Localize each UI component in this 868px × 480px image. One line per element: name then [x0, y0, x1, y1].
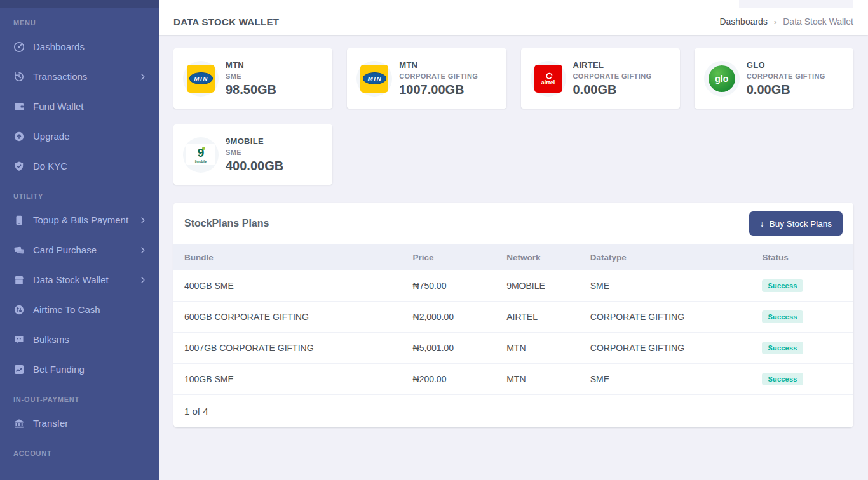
card-network: GLO	[747, 60, 825, 70]
chevron-right-icon	[139, 216, 147, 225]
wallet-card-mtn-cg: MTN MTN CORPORATE GIFTING 1007.00GB	[347, 48, 506, 109]
avatar: 9 9mobile	[183, 137, 219, 173]
avatar: airtel	[531, 61, 566, 97]
cell-datatype: SME	[580, 270, 752, 302]
column-header-datatype: Datatype	[580, 244, 752, 270]
status-badge: Success	[762, 373, 803, 385]
sidebar-item-label: Transactions	[33, 71, 87, 82]
card-balance: 400.00GB	[226, 159, 283, 173]
mtn-logo: MTN	[187, 65, 215, 93]
cell-status: Success	[751, 364, 853, 395]
breadcrumb-separator-icon: ›	[774, 17, 776, 27]
buy-stock-plans-button[interactable]: ↓ Buy Stock Plans	[749, 211, 843, 236]
breadcrumb: Dashboards › Data Stock Wallet	[719, 17, 853, 27]
sidebar-item-dashboards[interactable]: Dashboards	[0, 32, 159, 62]
sidebar-header-shade	[0, 0, 159, 8]
card-network: MTN	[399, 60, 478, 70]
column-header-price: Price	[402, 244, 496, 270]
breadcrumb-parent[interactable]: Dashboards	[719, 17, 768, 27]
table-row: 400GB SME ₦750.00 9MOBILE SME Success	[173, 270, 853, 302]
sidebar-item-label: Data Stock Wallet	[33, 274, 109, 285]
upgrade-icon	[13, 131, 25, 142]
pagination-label: 1 of 4	[173, 395, 853, 427]
card-plan-type: CORPORATE GIFTING	[747, 72, 825, 80]
cell-status: Success	[751, 302, 853, 333]
cell-bundle: 400GB SME	[173, 270, 402, 302]
9mobile-logo: 9 9mobile	[186, 144, 215, 165]
avatar: MTN	[356, 61, 392, 97]
cell-network: MTN	[496, 364, 580, 395]
sidebar-section-utility: UTILITY	[0, 181, 159, 205]
topbar-widget	[739, 0, 853, 8]
content: MTN MTN SME 98.50GB MTN MTN CORPORAT	[159, 35, 868, 480]
cell-datatype: CORPORATE GIFTING	[580, 302, 752, 333]
buy-stock-plans-label: Buy Stock Plans	[770, 219, 832, 229]
cards-icon	[13, 244, 25, 256]
mobile-phone-icon	[13, 215, 25, 226]
stock-plans-header: StockPlans Plans ↓ Buy Stock Plans	[173, 203, 853, 244]
sidebar-section-account: ACCOUNT	[0, 438, 159, 462]
download-arrow-icon: ↓	[760, 219, 764, 228]
breadcrumb-current: Data Stock Wallet	[783, 17, 853, 27]
sidebar-item-label: Card Purchase	[33, 244, 97, 255]
chevron-right-icon	[139, 276, 147, 284]
cell-price: ₦5,001.00	[402, 333, 496, 364]
9mobile-logo-text: 9mobile	[195, 160, 207, 163]
chevron-right-icon	[139, 72, 147, 81]
sidebar-item-transactions[interactable]: Transactions	[0, 62, 159, 91]
sidebar-section-menu: MENU	[0, 8, 159, 32]
sidebar-item-label: Upgrade	[33, 131, 70, 142]
sidebar-item-upgrade[interactable]: Upgrade	[0, 121, 159, 151]
cell-datatype: CORPORATE GIFTING	[580, 333, 752, 364]
airtel-logo: airtel	[534, 65, 562, 93]
cell-price: ₦200.00	[402, 364, 496, 395]
sidebar-item-airtime-to-cash[interactable]: Airtime To Cash	[0, 295, 159, 324]
cell-datatype: SME	[580, 364, 752, 395]
sidebar-item-bet-funding[interactable]: Bet Funding	[0, 354, 159, 384]
mtn-logo-text: MTN	[368, 75, 381, 82]
swap-arrows-icon	[13, 304, 25, 316]
sidebar-item-label: Transfer	[33, 418, 68, 429]
sidebar-item-topup-bills[interactable]: Topup & Bills Payment	[0, 205, 159, 235]
sidebar-item-card-purchase[interactable]: Card Purchase	[0, 235, 159, 265]
page-header: DATA STOCK WALLET Dashboards › Data Stoc…	[159, 8, 868, 35]
sidebar-item-bulksms[interactable]: Bulksms	[0, 324, 159, 354]
chat-icon	[13, 334, 25, 345]
cell-network: 9MOBILE	[496, 270, 580, 302]
cell-network: MTN	[496, 333, 580, 364]
sidebar-section-in-out-payment: IN-OUT-PAYMENT	[0, 384, 159, 408]
sidebar-item-label: Do KYC	[33, 161, 67, 171]
cell-bundle: 100GB SME	[173, 364, 402, 395]
card-balance: 1007.00GB	[399, 83, 478, 97]
sidebar-item-do-kyc[interactable]: Do KYC	[0, 151, 159, 181]
shield-check-icon	[13, 161, 25, 172]
card-plan-type: CORPORATE GIFTING	[573, 72, 652, 80]
status-badge: Success	[762, 342, 803, 354]
table-row: 1007GB CORPORATE GIFTING ₦5,001.00 MTN C…	[173, 333, 853, 364]
9mobile-logo-digit: 9	[198, 147, 205, 159]
column-header-status: Status	[751, 244, 853, 270]
main-area: DATA STOCK WALLET Dashboards › Data Stoc…	[159, 0, 868, 480]
wallet-icon	[13, 101, 25, 112]
column-header-network: Network	[496, 244, 580, 270]
wallet-card-glo-cg: glo GLO CORPORATE GIFTING 0.00GB	[695, 48, 853, 109]
cell-bundle: 1007GB CORPORATE GIFTING	[173, 333, 402, 364]
dashboard-icon	[13, 41, 25, 53]
sidebar-item-transfer[interactable]: Transfer	[0, 408, 159, 438]
cell-price: ₦750.00	[402, 270, 496, 302]
sidebar-item-data-stock-wallet[interactable]: Data Stock Wallet	[0, 265, 159, 295]
cell-price: ₦2,000.00	[402, 302, 496, 333]
card-plan-type: SME	[226, 72, 276, 80]
wallet-cards-row-1: MTN MTN SME 98.50GB MTN MTN CORPORAT	[173, 48, 853, 109]
sidebar-item-fund-wallet[interactable]: Fund Wallet	[0, 91, 159, 121]
table-header-row: Bundle Price Network Datatype Status	[173, 244, 853, 270]
wallet-card-9mobile-sme: 9 9mobile 9MOBILE SME 400.00GB	[173, 124, 332, 185]
cell-bundle: 600GB CORPORATE GIFTING	[173, 302, 402, 333]
table-row: 600GB CORPORATE GIFTING ₦2,000.00 AIRTEL…	[173, 302, 853, 333]
chart-icon	[13, 364, 25, 375]
shop-icon	[13, 274, 25, 286]
card-network: AIRTEL	[573, 60, 652, 70]
sidebar-item-label: Airtime To Cash	[33, 304, 100, 315]
page-title: DATA STOCK WALLET	[173, 17, 279, 27]
card-network: MTN	[226, 60, 276, 70]
